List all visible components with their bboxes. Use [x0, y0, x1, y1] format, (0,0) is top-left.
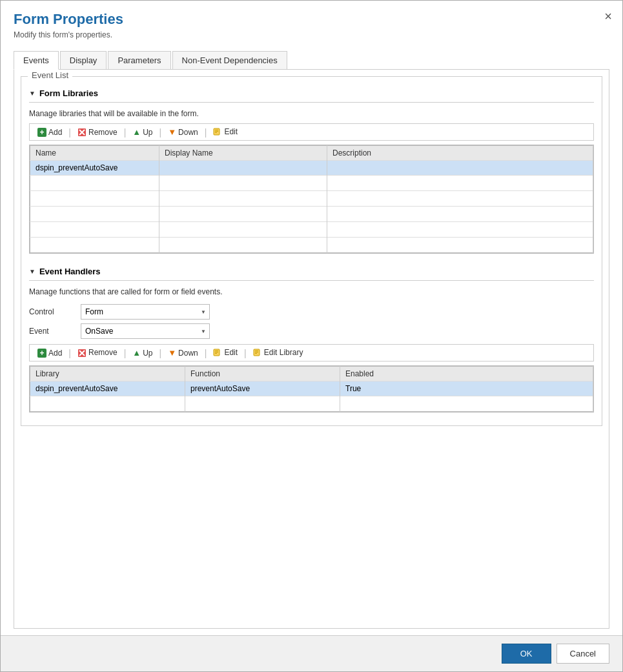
empty-cell [159, 207, 327, 222]
scroll-area[interactable]: Event List ▼ Form Libraries Manage libra… [14, 70, 609, 628]
tabs-bar: Events Display Parameters Non-Event Depe… [14, 51, 609, 70]
cell-library: dspin_preventAutoSave [30, 382, 185, 396]
event-label: Event [29, 327, 81, 336]
libraries-remove-label: Remove [88, 128, 117, 137]
empty-cell [185, 396, 340, 412]
svg-rect-16 [255, 352, 258, 352]
cell-enabled: True [340, 382, 593, 396]
empty-cell [327, 191, 593, 207]
form-libraries-title: Form Libraries [39, 88, 98, 98]
handlers-add-label: Add [48, 349, 62, 358]
event-handlers-section: ▼ Event Handlers Manage functions that a… [29, 267, 594, 412]
libraries-add-button[interactable]: + Add [32, 127, 67, 138]
tab-events[interactable]: Events [14, 51, 59, 70]
handlers-toolbar: + Add | [29, 344, 594, 361]
edit-library-svg [253, 349, 262, 358]
tab-content: Event List ▼ Form Libraries Manage libra… [14, 70, 609, 629]
event-handlers-header: ▼ Event Handlers [29, 267, 594, 276]
libraries-toolbar: + Add | [29, 123, 594, 141]
handlers-table: Library Function Enabled dspin_preventAu… [30, 366, 593, 412]
handler-row-empty-1 [30, 396, 593, 412]
handlers-remove-button[interactable]: Remove [72, 347, 123, 359]
handlers-edit-library-button[interactable]: Edit Library [248, 347, 309, 359]
libraries-up-button[interactable]: ▲ Up [127, 126, 158, 138]
handlers-table-header: Library Function Enabled [30, 367, 593, 382]
libraries-desc: Manage libraries that will be available … [29, 109, 594, 118]
svg-rect-11 [215, 351, 218, 351]
form-properties-dialog: Form Properties Modify this form's prope… [0, 0, 623, 672]
ok-button[interactable]: OK [502, 644, 551, 664]
table-row-empty-2 [30, 191, 593, 207]
down-arrow-icon-2: ▼ [168, 348, 176, 358]
libraries-remove-button[interactable]: Remove [72, 127, 123, 138]
cancel-button[interactable]: Cancel [557, 644, 609, 664]
libraries-table-container: Name Display Name Description dspin_prev… [29, 145, 594, 254]
form-libraries-header: ▼ Form Libraries [29, 88, 594, 98]
handlers-edit-library-label: Edit Library [264, 348, 303, 357]
svg-rect-12 [215, 352, 218, 352]
control-label: Control [29, 307, 81, 316]
libraries-up-label: Up [143, 128, 152, 137]
edit-svg [213, 128, 222, 137]
empty-cell [159, 238, 327, 253]
dialog-body: Events Display Parameters Non-Event Depe… [1, 45, 622, 635]
dialog-header: Form Properties Modify this form's prope… [1, 1, 622, 45]
sep8: | [203, 348, 209, 358]
handlers-down-button[interactable]: ▼ Down [163, 347, 203, 359]
collapse-arrow-libraries[interactable]: ▼ [29, 90, 36, 97]
cell-display-name [159, 161, 327, 176]
empty-cell [159, 191, 327, 207]
form-libraries-section: ▼ Form Libraries Manage libraries that w… [29, 88, 594, 254]
control-select-wrapper: Form [81, 304, 210, 320]
svg-rect-17 [255, 353, 257, 354]
sep1: | [67, 127, 72, 137]
cell-function: preventAutoSave [185, 382, 340, 396]
handlers-add-button[interactable]: + Add [32, 347, 67, 359]
empty-cell [340, 396, 593, 412]
empty-cell [30, 222, 159, 238]
libraries-edit-button[interactable]: Edit [208, 126, 243, 138]
remove-svg [77, 128, 87, 137]
remove-svg-2 [77, 349, 87, 358]
libraries-add-label: Add [48, 128, 62, 137]
svg-rect-13 [215, 353, 217, 354]
control-row: Control Form [29, 304, 594, 320]
tab-display[interactable]: Display [60, 51, 107, 69]
svg-rect-6 [215, 132, 217, 133]
tab-non-event-dependencies[interactable]: Non-Event Dependencies [172, 51, 287, 69]
control-select[interactable]: Form [81, 304, 210, 320]
sep5: | [67, 348, 72, 358]
event-select[interactable]: OnSave [81, 323, 210, 339]
handlers-edit-label: Edit [224, 348, 238, 357]
table-row-empty-4 [30, 222, 593, 238]
handlers-up-label: Up [143, 349, 152, 358]
sep4: | [203, 127, 209, 137]
event-handlers-title: Event Handlers [39, 267, 101, 276]
empty-cell [30, 396, 185, 412]
empty-cell [327, 207, 593, 222]
handlers-table-container: Library Function Enabled dspin_preventAu… [29, 365, 594, 412]
col-enabled: Enabled [340, 367, 593, 382]
sep9: | [243, 348, 248, 358]
handler-table-row[interactable]: dspin_preventAutoSave preventAutoSave Tr… [30, 382, 593, 396]
empty-cell [30, 191, 159, 207]
close-button[interactable]: × [604, 10, 612, 23]
libraries-table: Name Display Name Description dspin_prev… [30, 145, 593, 253]
remove-icon-2 [77, 348, 87, 358]
up-arrow-icon-2: ▲ [132, 348, 141, 358]
dialog-title: Form Properties [14, 11, 609, 28]
libraries-table-header: Name Display Name Description [30, 146, 593, 161]
handlers-edit-button[interactable]: Edit [208, 347, 243, 359]
table-row[interactable]: dspin_preventAutoSave [30, 161, 593, 176]
sep7: | [158, 348, 163, 358]
handlers-up-button[interactable]: ▲ Up [127, 347, 158, 359]
collapse-arrow-handlers[interactable]: ▼ [29, 268, 36, 275]
tab-parameters[interactable]: Parameters [108, 51, 170, 69]
handlers-desc: Manage functions that are called for for… [29, 287, 594, 296]
empty-cell [327, 238, 593, 253]
svg-rect-5 [215, 131, 218, 132]
remove-icon [77, 128, 87, 137]
event-list-legend: Event List [28, 70, 72, 80]
event-list-section: Event List ▼ Form Libraries Manage libra… [21, 76, 602, 426]
libraries-down-button[interactable]: ▼ Down [163, 126, 203, 138]
